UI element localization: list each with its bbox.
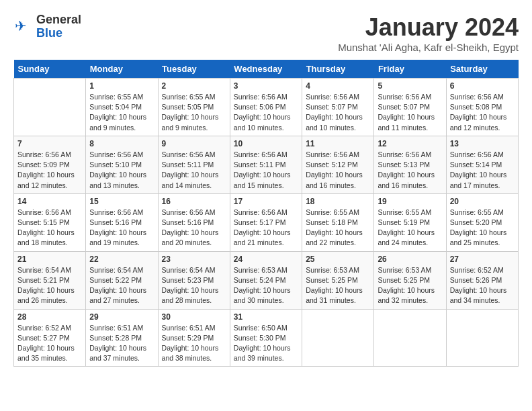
daylight-text: Daylight: 10 hours and 28 minutes. [162,285,226,306]
calendar-cell: 17Sunrise: 6:56 AMSunset: 5:17 PMDayligh… [230,193,302,251]
logo: ✈ General Blue [13,13,81,40]
calendar-cell: 29Sunrise: 6:51 AMSunset: 5:28 PMDayligh… [86,309,158,367]
day-number: 22 [89,255,154,264]
calendar-cell: 16Sunrise: 6:56 AMSunset: 5:16 PMDayligh… [158,193,230,251]
sunrise-text: Sunrise: 6:50 AM [234,323,298,333]
sunset-text: Sunset: 5:09 PM [17,160,82,170]
svg-text:✈: ✈ [15,18,27,34]
sunrise-text: Sunrise: 6:56 AM [234,208,298,218]
day-number: 15 [89,197,154,206]
day-number: 19 [378,197,442,206]
daylight-text: Daylight: 10 hours and 14 minutes. [162,170,226,190]
cell-content: Sunrise: 6:53 AMSunset: 5:25 PMDaylight:… [378,265,442,306]
calendar-cell: 3Sunrise: 6:56 AMSunset: 5:06 PMDaylight… [230,79,302,136]
daylight-text: Daylight: 10 hours and 17 minutes. [450,170,515,190]
calendar-row-4: 21Sunrise: 6:54 AMSunset: 5:21 PMDayligh… [14,251,519,309]
calendar-cell [14,79,86,136]
daylight-text: Daylight: 10 hours and 12 minutes. [450,112,515,132]
day-number: 21 [17,255,82,264]
cell-content: Sunrise: 6:56 AMSunset: 5:11 PMDaylight:… [162,150,226,191]
calendar-cell: 14Sunrise: 6:56 AMSunset: 5:15 PMDayligh… [14,193,86,251]
calendar-cell: 7Sunrise: 6:56 AMSunset: 5:09 PMDaylight… [14,136,86,193]
sunrise-text: Sunrise: 6:54 AM [162,265,226,275]
sunrise-text: Sunrise: 6:54 AM [89,265,154,275]
daylight-text: Daylight: 10 hours and 26 minutes. [17,285,82,306]
sunset-text: Sunset: 5:04 PM [89,102,154,112]
sunrise-text: Sunrise: 6:56 AM [378,92,442,102]
title-block: January 2024 Munshat 'Ali Agha, Kafr el-… [338,13,519,53]
daylight-text: Daylight: 10 hours and 22 minutes. [306,228,370,248]
cell-content: Sunrise: 6:55 AMSunset: 5:04 PMDaylight:… [89,92,154,133]
calendar-cell: 25Sunrise: 6:53 AMSunset: 5:25 PMDayligh… [302,251,374,309]
calendar-cell: 30Sunrise: 6:51 AMSunset: 5:29 PMDayligh… [158,309,230,367]
sunset-text: Sunset: 5:28 PM [89,333,154,343]
sunrise-text: Sunrise: 6:52 AM [450,265,515,275]
sunrise-text: Sunrise: 6:52 AM [17,323,82,333]
daylight-text: Daylight: 10 hours and 11 minutes. [378,112,442,132]
sunset-text: Sunset: 5:13 PM [378,160,442,170]
sunset-text: Sunset: 5:16 PM [162,218,226,228]
day-number: 6 [450,81,515,91]
sunset-text: Sunset: 5:06 PM [234,102,298,112]
sunrise-text: Sunrise: 6:56 AM [162,150,226,160]
calendar-cell: 11Sunrise: 6:56 AMSunset: 5:12 PMDayligh… [302,136,374,193]
day-number: 24 [234,255,298,264]
daylight-text: Daylight: 10 hours and 27 minutes. [89,285,154,306]
day-number: 5 [378,81,442,91]
sunset-text: Sunset: 5:21 PM [17,275,82,285]
calendar-cell: 18Sunrise: 6:55 AMSunset: 5:18 PMDayligh… [302,193,374,251]
cell-content: Sunrise: 6:56 AMSunset: 5:16 PMDaylight:… [162,208,226,248]
daylight-text: Daylight: 10 hours and 10 minutes. [234,112,298,132]
calendar-row-3: 14Sunrise: 6:56 AMSunset: 5:15 PMDayligh… [14,193,519,251]
sunrise-text: Sunrise: 6:53 AM [234,265,298,275]
day-number: 10 [234,139,298,148]
daylight-text: Daylight: 10 hours and 32 minutes. [378,285,442,306]
calendar-cell: 27Sunrise: 6:52 AMSunset: 5:26 PMDayligh… [446,251,518,309]
logo-icon: ✈ [13,17,34,37]
day-number: 16 [162,197,226,206]
sunrise-text: Sunrise: 6:55 AM [89,92,154,102]
cell-content: Sunrise: 6:56 AMSunset: 5:10 PMDaylight:… [89,150,154,191]
sunset-text: Sunset: 5:07 PM [378,102,442,112]
cell-content: Sunrise: 6:56 AMSunset: 5:09 PMDaylight:… [17,150,82,191]
sunset-text: Sunset: 5:30 PM [234,333,298,343]
logo-text: General Blue [36,13,81,40]
sunset-text: Sunset: 5:25 PM [306,275,370,285]
day-number: 17 [234,197,298,206]
cell-content: Sunrise: 6:55 AMSunset: 5:18 PMDaylight:… [306,208,370,248]
daylight-text: Daylight: 10 hours and 10 minutes. [306,112,370,132]
cell-content: Sunrise: 6:54 AMSunset: 5:21 PMDaylight:… [17,265,82,306]
sunset-text: Sunset: 5:25 PM [378,275,442,285]
cell-content: Sunrise: 6:54 AMSunset: 5:23 PMDaylight:… [162,265,226,306]
day-number: 11 [306,139,370,148]
day-number: 30 [162,312,226,322]
sunset-text: Sunset: 5:22 PM [89,275,154,285]
calendar-cell: 12Sunrise: 6:56 AMSunset: 5:13 PMDayligh… [374,136,446,193]
daylight-text: Daylight: 10 hours and 16 minutes. [306,170,370,190]
day-number: 23 [162,255,226,264]
calendar-row-1: 1Sunrise: 6:55 AMSunset: 5:04 PMDaylight… [14,79,519,136]
calendar-cell: 1Sunrise: 6:55 AMSunset: 5:04 PMDaylight… [86,79,158,136]
cell-content: Sunrise: 6:56 AMSunset: 5:07 PMDaylight:… [306,92,370,133]
sunset-text: Sunset: 5:19 PM [378,218,442,228]
calendar-cell: 6Sunrise: 6:56 AMSunset: 5:08 PMDaylight… [446,79,518,136]
sunrise-text: Sunrise: 6:56 AM [89,208,154,218]
calendar-cell: 13Sunrise: 6:56 AMSunset: 5:14 PMDayligh… [446,136,518,193]
cell-content: Sunrise: 6:56 AMSunset: 5:17 PMDaylight:… [234,208,298,248]
cell-content: Sunrise: 6:54 AMSunset: 5:22 PMDaylight:… [89,265,154,306]
sunset-text: Sunset: 5:17 PM [234,218,298,228]
cell-content: Sunrise: 6:56 AMSunset: 5:14 PMDaylight:… [450,150,515,191]
day-number: 9 [162,139,226,148]
calendar-cell: 21Sunrise: 6:54 AMSunset: 5:21 PMDayligh… [14,251,86,309]
sunrise-text: Sunrise: 6:54 AM [17,265,82,275]
calendar-cell: 8Sunrise: 6:56 AMSunset: 5:10 PMDaylight… [86,136,158,193]
calendar-cell: 4Sunrise: 6:56 AMSunset: 5:07 PMDaylight… [302,79,374,136]
day-number: 26 [378,255,442,264]
calendar-cell: 31Sunrise: 6:50 AMSunset: 5:30 PMDayligh… [230,309,302,367]
cell-content: Sunrise: 6:50 AMSunset: 5:30 PMDaylight:… [234,323,298,364]
daylight-text: Daylight: 10 hours and 35 minutes. [17,343,82,363]
cell-content: Sunrise: 6:52 AMSunset: 5:26 PMDaylight:… [450,265,515,306]
calendar-cell [302,309,374,367]
weekday-header-monday: Monday [86,60,158,79]
sunrise-text: Sunrise: 6:56 AM [89,150,154,160]
